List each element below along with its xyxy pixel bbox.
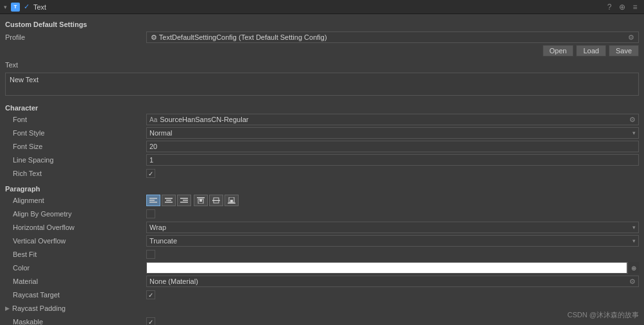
vertical-overflow-label: Vertical Overflow (5, 237, 146, 245)
component-icon: T (11, 3, 20, 12)
text-section-label-row: Text (5, 59, 639, 72)
collapse-arrow[interactable]: ▾ (4, 4, 7, 10)
svg-rect-0 (149, 198, 157, 199)
material-field[interactable]: None (Material) ⚙ (146, 276, 639, 287)
vertical-overflow-value: Truncate (149, 237, 177, 245)
maskable-checkbox[interactable]: ✓ (146, 317, 155, 325)
horizontal-overflow-arrow: ▾ (632, 224, 636, 231)
raycast-padding-row: ▶ Raycast Padding (5, 302, 639, 315)
watermark: CSDN @沐沐森的故事 (568, 310, 639, 320)
raycast-padding-text: Raycast Padding (12, 304, 65, 312)
font-label: Font (5, 116, 146, 123)
alignment-label: Alignment (5, 197, 146, 204)
rich-text-checkbox[interactable]: ✓ (146, 169, 155, 178)
enabled-check[interactable]: ✓ (24, 3, 30, 11)
text-section-label: Text (5, 61, 18, 69)
profile-settings-icon[interactable]: ⚙ (628, 33, 634, 42)
paragraph-section-row: Paragraph (5, 180, 639, 193)
best-fit-label: Best Fit (5, 250, 146, 258)
raycast-expand-icon[interactable]: ▶ (5, 305, 10, 312)
best-fit-row: Best Fit ✓ (5, 248, 639, 261)
align-geometry-label: Align By Geometry (5, 210, 146, 218)
font-settings-icon[interactable]: ⚙ (629, 116, 636, 124)
svg-rect-3 (165, 198, 173, 199)
color-row: Color ⊕ (5, 261, 639, 274)
horizontal-overflow-value: Wrap (149, 224, 166, 231)
inspector-panel: Custom Default Settings Profile ⚙ TextDe… (0, 14, 644, 325)
svg-rect-16 (230, 200, 233, 202)
svg-rect-1 (149, 200, 155, 201)
maskable-row: Maskable ✓ (5, 315, 639, 325)
font-style-arrow: ▾ (632, 130, 636, 136)
profile-config-text: ⚙ TextDefaultSettingConfig (Text Default… (151, 33, 628, 42)
svg-rect-2 (149, 202, 157, 203)
color-field[interactable] (146, 262, 627, 274)
alignment-buttons (146, 195, 191, 206)
font-style-value: Normal (149, 129, 172, 137)
raycast-padding-label: ▶ Raycast Padding (5, 304, 146, 312)
svg-rect-4 (166, 200, 171, 201)
font-style-label: Font Style (5, 129, 146, 137)
svg-rect-6 (180, 198, 188, 199)
alignment-row: Alignment (5, 194, 639, 207)
best-fit-checkbox[interactable]: ✓ (146, 250, 155, 259)
horizontal-overflow-row: Horizontal Overflow Wrap ▾ (5, 221, 639, 234)
menu-button[interactable]: ≡ (630, 2, 640, 12)
line-spacing-input[interactable] (146, 154, 639, 166)
save-button[interactable]: Save (609, 45, 639, 57)
profile-value-field: ⚙ TextDefaultSettingConfig (Text Default… (146, 31, 639, 43)
align-geometry-checkbox[interactable]: ✓ (146, 209, 155, 218)
line-spacing-label: Line Spacing (5, 156, 146, 164)
align-left-button[interactable] (146, 195, 160, 206)
align-top-button[interactable] (194, 195, 208, 206)
horizontal-overflow-label: Horizontal Overflow (5, 224, 146, 231)
character-header: Character (5, 104, 146, 112)
font-field[interactable]: Aa SourceHanSansCN-Regular ⚙ (146, 114, 639, 125)
align-middle-button[interactable] (209, 195, 223, 206)
material-label: Material (5, 277, 146, 285)
svg-rect-7 (183, 200, 188, 201)
open-button[interactable]: Open (543, 45, 574, 57)
font-size-input[interactable] (146, 141, 639, 152)
load-button[interactable]: Load (576, 45, 606, 57)
pin-button[interactable]: ⊕ (617, 2, 627, 12)
font-style-dropdown[interactable]: Normal ▾ (146, 127, 639, 139)
color-white-area (147, 263, 627, 273)
vertical-overflow-arrow: ▾ (632, 238, 636, 244)
material-settings-icon[interactable]: ⚙ (629, 277, 636, 286)
line-spacing-row: Line Spacing (5, 154, 639, 166)
vertical-overflow-row: Vertical Overflow Truncate ▾ (5, 234, 639, 247)
profile-label: Profile (5, 33, 146, 41)
raycast-target-checkbox[interactable]: ✓ (146, 290, 155, 299)
text-input[interactable]: New Text (5, 73, 639, 96)
raycast-target-check-icon: ✓ (148, 292, 153, 299)
font-row: Font Aa SourceHanSansCN-Regular ⚙ (5, 113, 639, 126)
font-style-row: Font Style Normal ▾ (5, 127, 639, 139)
color-label: Color (5, 264, 146, 272)
paragraph-header: Paragraph (5, 185, 146, 193)
svg-rect-9 (197, 197, 205, 198)
rich-text-check-icon: ✓ (148, 170, 153, 177)
align-geometry-row: Align By Geometry ✓ (5, 207, 639, 220)
horizontal-overflow-dropdown[interactable]: Wrap ▾ (146, 222, 639, 233)
font-size-row: Font Size (5, 140, 639, 153)
svg-rect-14 (228, 203, 235, 204)
align-bottom-button[interactable] (225, 195, 239, 206)
rich-text-label: Rich Text (5, 170, 146, 177)
color-pipette-icon[interactable]: ⊕ (627, 262, 639, 274)
maskable-label: Maskable (5, 318, 146, 325)
profile-row: Profile ⚙ TextDefaultSettingConfig (Text… (5, 31, 639, 44)
svg-rect-11 (199, 199, 202, 202)
help-button[interactable]: ? (604, 2, 614, 12)
align-right-button[interactable] (177, 195, 191, 206)
vertical-overflow-dropdown[interactable]: Truncate ▾ (146, 235, 639, 247)
profile-buttons-row: Open Load Save (5, 45, 639, 57)
vertical-align-buttons (194, 195, 239, 206)
font-size-label: Font Size (5, 143, 146, 150)
character-section-row: Character (5, 100, 639, 112)
rich-text-row: Rich Text ✓ (5, 167, 639, 180)
raycast-target-label: Raycast Target (5, 291, 146, 299)
svg-rect-8 (180, 202, 188, 203)
align-center-button[interactable] (162, 195, 176, 206)
component-title: Text (33, 3, 46, 11)
